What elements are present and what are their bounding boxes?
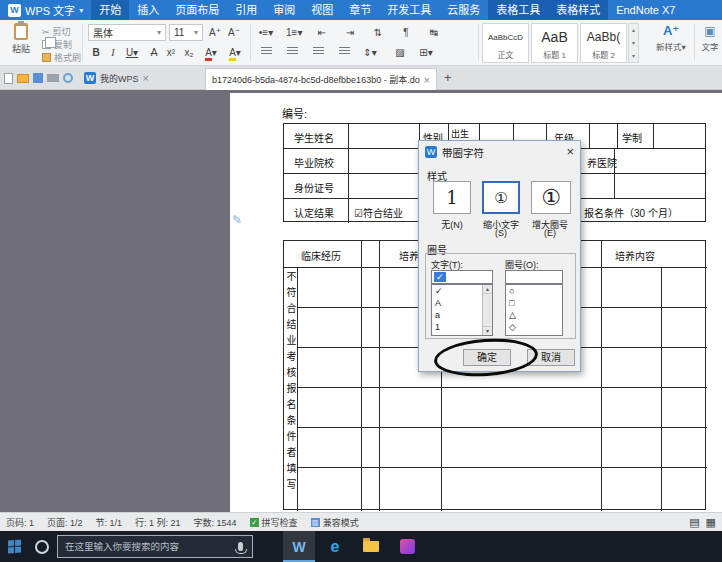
justify-button[interactable]	[336, 45, 352, 61]
new-tab-button[interactable]: +	[444, 70, 452, 86]
paste-label: 粘贴	[12, 42, 30, 55]
app-name: WPS 文字	[25, 2, 75, 18]
ok-button[interactable]: 确定	[463, 349, 511, 366]
wps-menu-button[interactable]: W WPS 文字 ▾	[0, 0, 91, 20]
ribbon-tab-insert[interactable]: 插入	[129, 0, 167, 20]
close-icon[interactable]: ×	[143, 73, 149, 83]
bold-button[interactable]: B	[88, 45, 104, 61]
enclosed-characters-dialog: W 带圈字符 × 样式 1 ① ① 无(N) 缩小文字 (S) 增大圈号 (E)…	[418, 140, 581, 372]
print-preview-icon[interactable]	[63, 73, 73, 83]
ribbon-tab-home[interactable]: 开始	[91, 0, 129, 20]
app-tile-icon	[400, 539, 415, 554]
document-tab-active[interactable]: b17240d6-b5da-4874-bc5d-d8efbbe163b0 - 副…	[205, 68, 437, 90]
ribbon-tab-view[interactable]: 视图	[303, 0, 341, 20]
list-item[interactable]: △	[506, 309, 562, 321]
status-page: 页码: 1	[6, 516, 34, 529]
font-size-select[interactable]: 11▾	[169, 24, 203, 41]
sort-button[interactable]: ⇅	[370, 25, 386, 41]
close-icon[interactable]: ×	[566, 146, 574, 158]
bullet-list-button[interactable]: •≡▾	[258, 25, 274, 41]
shading-button[interactable]: ▨	[392, 45, 408, 61]
list-item[interactable]: ○	[506, 285, 562, 297]
circle-listbox[interactable]: ○ □ △ ◇	[505, 284, 563, 336]
taskbar-edge-icon[interactable]: e	[319, 531, 351, 562]
font-color-button[interactable]: A▾	[201, 45, 221, 61]
copy-button[interactable]: 复制	[42, 38, 72, 51]
wps-home-icon: W	[84, 72, 96, 84]
style-option-enlarge[interactable]: ①	[531, 181, 571, 214]
style-option-shrink[interactable]: ①	[482, 181, 520, 214]
search-input[interactable]	[65, 541, 232, 552]
ribbon-tab-cloud[interactable]: 云服务	[439, 0, 488, 20]
circled-text-input[interactable]: ✓	[431, 270, 493, 284]
ribbon-tab-developer[interactable]: 开发工具	[379, 0, 439, 20]
dialog-titlebar[interactable]: W 带圈字符 ×	[419, 141, 580, 163]
borders-button[interactable]: ⊞▾	[418, 45, 434, 61]
status-line-col: 行: 1 列: 21	[135, 516, 181, 529]
circle-shape-input[interactable]	[505, 270, 563, 284]
status-word-count[interactable]: 字数: 1544	[194, 516, 237, 529]
new-style-button[interactable]: A⁺ 新样式▾	[650, 24, 692, 52]
ribbon-tab-table-tools[interactable]: 表格工具	[488, 0, 548, 20]
increase-indent-button[interactable]: ⇥	[342, 25, 358, 41]
text-listbox[interactable]: ✓ A a 1 ▴ ▾	[431, 284, 493, 336]
taskbar-explorer-icon[interactable]	[355, 531, 387, 562]
align-center-button[interactable]	[284, 45, 300, 61]
strikethrough-button[interactable]: A	[146, 45, 162, 61]
style-heading1[interactable]: AaB 标题 1	[531, 23, 578, 63]
microphone-icon[interactable]	[238, 542, 243, 551]
style-heading2[interactable]: AaBb( 标题 2	[580, 23, 627, 63]
underline-button[interactable]: U▾	[122, 45, 142, 61]
align-left-button[interactable]	[258, 45, 274, 61]
shrink-font-button[interactable]: A⁻	[226, 25, 242, 41]
line-spacing-button[interactable]: ⇕▾	[362, 45, 378, 61]
scroll-up-icon[interactable]: ▴	[483, 285, 492, 294]
align-right-button[interactable]	[310, 45, 326, 61]
insert-helper-icon[interactable]: ✎	[232, 213, 242, 227]
cortana-icon[interactable]	[35, 540, 49, 554]
text-tool-button[interactable]: ▣ 文字	[698, 24, 722, 52]
ribbon-tab-endnote[interactable]: EndNote X7	[608, 0, 683, 20]
ribbon-tab-review[interactable]: 审阅	[265, 0, 303, 20]
numbered-list-button[interactable]: 1≡▾	[286, 25, 302, 41]
taskbar-search[interactable]	[57, 535, 253, 558]
table-line	[361, 241, 362, 511]
taskbar-wps-icon[interactable]: W	[283, 531, 315, 562]
wps-home-tab[interactable]: W 我的WPS ×	[78, 66, 155, 90]
italic-button[interactable]: I	[105, 45, 121, 61]
paragraph-marks-button[interactable]: ¶	[398, 25, 414, 41]
page-view-icon[interactable]: ▤	[689, 516, 699, 529]
style-option-none[interactable]: 1	[433, 181, 471, 214]
ribbon-tab-references[interactable]: 引用	[227, 0, 265, 20]
compat-mode-status[interactable]: ▥ 兼容模式	[311, 516, 359, 529]
cancel-button[interactable]: 取消	[527, 349, 575, 366]
highlight-color-button[interactable]: A▾	[225, 45, 245, 61]
new-style-label: 新样式▾	[656, 40, 686, 52]
decrease-indent-button[interactable]: ⇤	[314, 25, 330, 41]
spell-check-status[interactable]: ✓ 拼写检查	[250, 516, 298, 529]
start-button[interactable]	[8, 540, 21, 554]
ribbon-tab-page-layout[interactable]: 页面布局	[167, 0, 227, 20]
listbox-scrollbar[interactable]: ▴ ▾	[482, 285, 492, 335]
list-item[interactable]: □	[506, 297, 562, 309]
ribbon-tab-table-style[interactable]: 表格样式	[548, 0, 608, 20]
superscript-button[interactable]: x²	[163, 45, 179, 61]
open-folder-icon[interactable]	[17, 74, 29, 83]
ribbon-tab-section[interactable]: 章节	[341, 0, 379, 20]
list-item[interactable]: ◇	[506, 321, 562, 333]
format-painter-button[interactable]: 格式刷	[42, 51, 81, 64]
text-direction-button[interactable]: ↹	[426, 25, 442, 41]
web-view-icon[interactable]: ▦	[706, 516, 716, 529]
scroll-down-icon[interactable]: ▾	[483, 326, 492, 335]
save-icon[interactable]	[33, 73, 43, 83]
new-document-icon[interactable]	[4, 73, 13, 84]
style-normal[interactable]: AaBbCcD 正文	[482, 23, 529, 63]
font-family-select[interactable]: 黑体▾	[88, 24, 166, 41]
style-gallery-scrollbar[interactable]: ▴▾▾	[628, 23, 639, 63]
paste-button[interactable]: 粘贴	[5, 23, 37, 55]
close-icon[interactable]: ×	[424, 75, 430, 85]
taskbar-app-icon[interactable]	[391, 531, 423, 562]
grow-font-button[interactable]: A⁺	[207, 25, 223, 41]
print-icon[interactable]	[47, 74, 59, 82]
subscript-button[interactable]: x₂	[181, 45, 197, 61]
